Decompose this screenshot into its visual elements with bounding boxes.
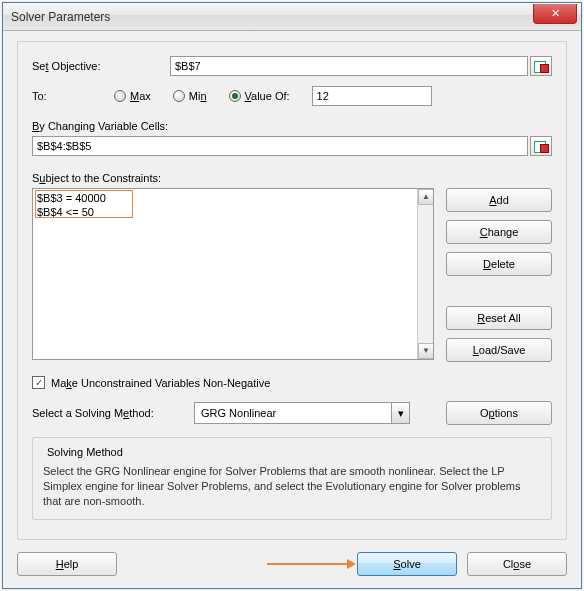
to-row: To: Max Min Value Of:: [32, 86, 552, 106]
titlebar[interactable]: Solver Parameters ✕: [3, 3, 581, 31]
radio-min[interactable]: Min: [173, 90, 207, 102]
nonneg-label: Make Unconstrained Variables Non-Negativ…: [51, 377, 270, 389]
solving-method-select[interactable]: GRG Nonlinear ▾: [194, 402, 410, 424]
dialog-buttons-row: Help Solve Close: [17, 552, 567, 576]
range-picker-icon: [534, 140, 548, 152]
load-save-button[interactable]: Load/Save: [446, 338, 552, 362]
objective-row: Set Objective:: [32, 56, 552, 76]
to-label: To:: [32, 90, 92, 102]
range-picker-icon: [534, 60, 548, 72]
chevron-down-icon[interactable]: ▾: [391, 403, 409, 423]
close-button[interactable]: Close: [467, 552, 567, 576]
objective-range-picker[interactable]: [530, 56, 552, 76]
list-item[interactable]: $B$4 <= 50: [37, 205, 429, 219]
solver-parameters-dialog: Solver Parameters ✕ Set Objective: To: M…: [2, 2, 582, 589]
delete-button[interactable]: Delete: [446, 252, 552, 276]
radio-icon: [229, 90, 241, 102]
changing-cells-label: By Changing Variable Cells:: [32, 120, 552, 132]
constraints-area: $B$3 = 40000 $B$4 <= 50 ▲ ▼ Add Change D…: [32, 188, 552, 362]
changing-cells-row: [32, 136, 552, 156]
constraints-label: Subject to the Constraints:: [32, 172, 552, 184]
add-button[interactable]: Add: [446, 188, 552, 212]
close-window-button[interactable]: ✕: [533, 4, 577, 24]
window-title: Solver Parameters: [11, 10, 533, 24]
nonneg-row: ✓ Make Unconstrained Variables Non-Negat…: [32, 376, 552, 389]
change-button[interactable]: Change: [446, 220, 552, 244]
reset-all-button[interactable]: Reset All: [446, 306, 552, 330]
radio-max[interactable]: Max: [114, 90, 151, 102]
constraint-buttons: Add Change Delete Reset All Load/Save: [446, 188, 552, 362]
objective-label: Set Objective:: [32, 60, 162, 72]
solve-button[interactable]: Solve: [357, 552, 457, 576]
content-area: Set Objective: To: Max Min: [3, 31, 581, 588]
solving-method-description: Select the GRG Nonlinear engine for Solv…: [43, 464, 541, 509]
solving-method-fieldset: Solving Method Select the GRG Nonlinear …: [32, 437, 552, 520]
help-button[interactable]: Help: [17, 552, 117, 576]
radio-valueof[interactable]: Value Of:: [229, 90, 290, 102]
valueof-input[interactable]: [312, 86, 432, 106]
solving-method-row: Select a Solving Method: GRG Nonlinear ▾…: [32, 401, 552, 425]
select-value: GRG Nonlinear: [201, 407, 276, 419]
scroll-up-icon[interactable]: ▲: [418, 189, 434, 205]
nonneg-checkbox[interactable]: ✓: [32, 376, 45, 389]
list-item[interactable]: $B$3 = 40000: [37, 191, 429, 205]
radio-icon: [173, 90, 185, 102]
fieldset-title: Solving Method: [43, 446, 127, 458]
scroll-down-icon[interactable]: ▼: [418, 343, 434, 359]
scrollbar[interactable]: ▲ ▼: [417, 189, 433, 359]
annotation-arrow: [267, 559, 356, 569]
changing-cells-input[interactable]: [32, 136, 528, 156]
radio-icon: [114, 90, 126, 102]
changing-range-picker[interactable]: [530, 136, 552, 156]
solving-method-label: Select a Solving Method:: [32, 407, 182, 419]
close-icon: ✕: [551, 7, 560, 20]
objective-input[interactable]: [170, 56, 528, 76]
options-button[interactable]: Options: [446, 401, 552, 425]
main-panel: Set Objective: To: Max Min: [17, 41, 567, 540]
constraints-listbox[interactable]: $B$3 = 40000 $B$4 <= 50 ▲ ▼: [32, 188, 434, 360]
